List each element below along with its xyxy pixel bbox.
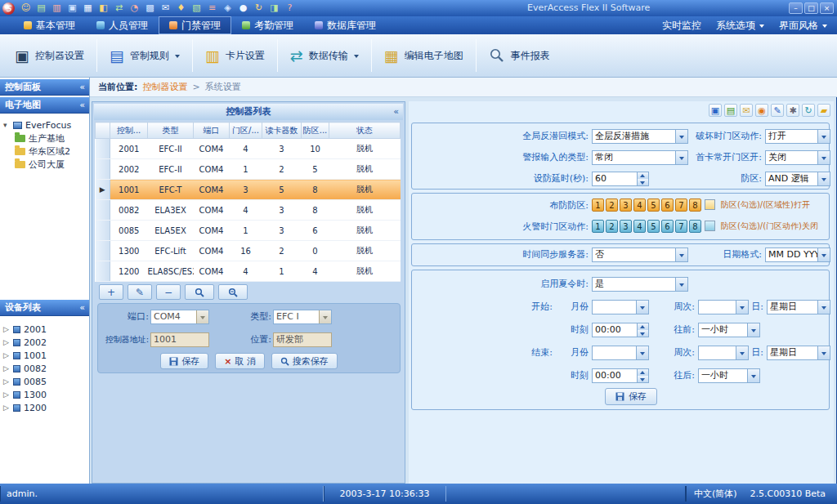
device-item[interactable]: ▷ 1001 (0, 349, 89, 362)
row-header[interactable] (96, 241, 110, 261)
search-all-button[interactable] (218, 284, 248, 300)
search-button[interactable] (185, 284, 214, 300)
fire-zone-5-button[interactable]: 5 (647, 220, 660, 233)
database-icon[interactable]: ▦ (80, 1, 96, 16)
arm-zone-8-button[interactable]: 8 (689, 198, 701, 212)
search-save-button[interactable]: 搜索保存 (271, 353, 338, 369)
device-item[interactable]: ▷ 0082 (0, 362, 89, 375)
fire-zone-1-button[interactable]: 1 (592, 220, 604, 233)
port-select[interactable]: COM4 (150, 310, 209, 324)
spin-down-icon[interactable] (638, 179, 648, 185)
monitor-icon[interactable]: ▣ (65, 1, 80, 16)
end-month-select[interactable] (592, 346, 649, 360)
settings-save-button[interactable]: 保存 (605, 388, 657, 405)
table-row-selected[interactable]: ▶ 1001 EFC-T COM4 3 5 8 脱机 (96, 180, 401, 200)
start-time-spinner[interactable]: 00:00 (592, 323, 649, 337)
column-header[interactable]: 状态 (329, 123, 401, 139)
key-icon[interactable]: ♦ (173, 1, 189, 16)
refresh-icon[interactable]: ↻ (251, 1, 266, 16)
access-rules-button[interactable]: ▤ 管制规则 (100, 38, 190, 73)
arm-zone-5-button[interactable]: 5 (647, 198, 660, 212)
door-break-select[interactable]: 打开 (765, 129, 830, 144)
table-row[interactable]: 2001 EFC-II COM4 4 3 10 脱机 (96, 139, 401, 159)
forward-select[interactable]: 一小时 (698, 323, 760, 337)
close-button[interactable]: × (820, 2, 834, 14)
end-day-select[interactable]: 星期日 (767, 346, 830, 360)
fire-zone-7-button[interactable]: 7 (675, 220, 687, 233)
ui-style-item[interactable]: 界面风格 (779, 19, 827, 33)
dst-enable-select[interactable]: 是 (592, 277, 688, 292)
tree-collapsed-icon[interactable]: ▷ (3, 325, 10, 333)
network-icon[interactable]: ◈ (220, 1, 235, 16)
spin-down-icon[interactable] (638, 330, 648, 337)
fire-zone-3-button[interactable]: 3 (620, 220, 632, 233)
tree-item[interactable]: 生产基地 (0, 132, 89, 145)
arm-zone-4-button[interactable]: 4 (633, 198, 646, 212)
list-icon[interactable]: ≡ (204, 1, 220, 16)
tab-access-management[interactable]: 门禁管理 (159, 16, 231, 34)
system-options-item[interactable]: 系统选项 (716, 19, 764, 33)
row-header[interactable] (96, 261, 110, 282)
fire-zone-8-button[interactable]: 8 (689, 220, 701, 233)
add-controller-button[interactable]: + (99, 284, 123, 300)
arm-zone-7-button[interactable]: 7 (675, 198, 687, 212)
zone-logic-select[interactable]: AND 逻辑 (765, 172, 830, 186)
record-icon[interactable]: ● (235, 1, 251, 16)
collapse-icon[interactable]: « (79, 100, 85, 110)
backward-select[interactable]: 一小时 (698, 368, 760, 383)
tab-attendance-management[interactable]: 考勤管理 (231, 16, 304, 34)
column-header[interactable]: 类型 (148, 123, 194, 139)
device-item[interactable]: ▷ 1200 (0, 401, 89, 414)
row-header[interactable] (96, 200, 110, 221)
tree-expanded-icon[interactable]: ▾ (3, 121, 10, 129)
column-header[interactable]: 端口 (194, 123, 230, 139)
row-header[interactable] (96, 221, 110, 241)
event-report-button[interactable]: 事件报表 (479, 38, 560, 73)
transfer-icon[interactable]: ⇄ (111, 1, 127, 16)
control-panel-header[interactable]: 控制面板 « (0, 79, 89, 96)
cancel-button[interactable]: × 取 消 (215, 353, 265, 369)
mail-icon[interactable]: ✉ (740, 104, 753, 117)
date-format-select[interactable]: MM DD YYYY (765, 248, 830, 262)
layout-icon[interactable]: ◨ (266, 1, 282, 16)
tab-database-management[interactable]: 数据库管理 (304, 16, 387, 34)
device-item[interactable]: ▷ 1300 (0, 388, 89, 401)
arm-zone-3-button[interactable]: 3 (620, 198, 632, 212)
tree-collapsed-icon[interactable]: ▷ (3, 338, 10, 346)
table-row[interactable]: 0082 ELA3EX COM4 4 3 8 脱机 (96, 200, 401, 221)
folder-icon[interactable]: ▰ (817, 104, 830, 117)
maximize-button[interactable]: □ (804, 2, 818, 14)
clock-icon[interactable]: ◔ (127, 1, 142, 16)
row-header[interactable] (96, 139, 110, 159)
minimize-button[interactable]: – (789, 2, 803, 14)
tree-collapsed-icon[interactable]: ▷ (3, 390, 10, 399)
tree-item-root[interactable]: ▾ EverFocus (0, 118, 89, 132)
export-icon[interactable]: ▤ (724, 104, 737, 117)
collapse-icon[interactable]: « (79, 302, 85, 313)
delete-controller-button[interactable]: − (156, 284, 181, 300)
fire-zone-4-button[interactable]: 4 (633, 220, 646, 233)
save-button[interactable]: 保存 (160, 353, 208, 369)
alarm-icon[interactable]: ◉ (755, 104, 768, 117)
controller-address-field[interactable]: 1001 (150, 332, 209, 347)
column-header[interactable]: 门区/... (230, 123, 262, 139)
collapse-icon[interactable]: « (79, 82, 85, 92)
fire-zone-6-button[interactable]: 6 (661, 220, 674, 233)
column-header[interactable]: 控制... (110, 123, 148, 139)
tree-collapsed-icon[interactable]: ▷ (3, 351, 10, 359)
add-record-icon[interactable]: ▣ (709, 104, 722, 117)
edit-controller-button[interactable]: ✎ (128, 284, 152, 300)
spin-up-icon[interactable] (638, 369, 648, 376)
fire-zone-checkbox[interactable] (705, 221, 715, 231)
tree-collapsed-icon[interactable]: ▷ (3, 377, 10, 386)
first-card-select[interactable]: 关闭 (765, 150, 830, 165)
location-field[interactable]: 研发部 (273, 332, 332, 347)
arm-zone-6-button[interactable]: 6 (661, 198, 674, 212)
arm-zone-1-button[interactable]: 1 (592, 198, 604, 212)
printer-icon[interactable]: ▥ (49, 1, 65, 16)
table-row[interactable]: 2002 EFC-II COM4 1 2 5 脱机 (96, 159, 401, 180)
user-icon[interactable]: ☺ (18, 1, 34, 16)
chart-icon[interactable]: ▧ (189, 1, 204, 16)
device-item[interactable]: ▷ 0085 (0, 375, 89, 388)
tree-item[interactable]: 公司大厦 (0, 158, 89, 171)
